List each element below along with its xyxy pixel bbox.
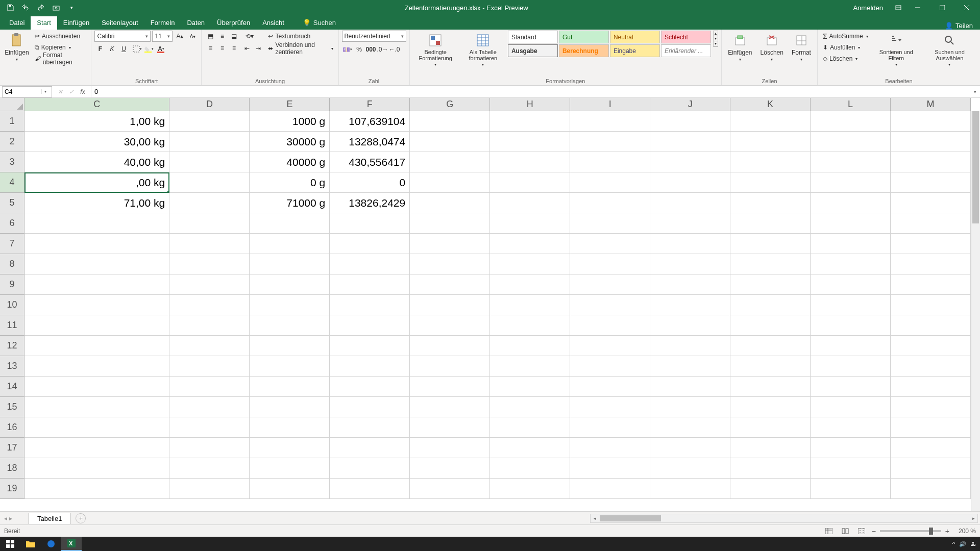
align-bottom-icon[interactable]: ⬓ (228, 31, 239, 42)
row-header-7[interactable]: 7 (0, 234, 24, 254)
cell-E4[interactable]: 0 g (250, 172, 330, 193)
cell-K4[interactable] (730, 172, 811, 193)
undo-icon[interactable] (19, 2, 32, 14)
cell-G5[interactable] (410, 193, 490, 213)
cell-J8[interactable] (650, 254, 730, 274)
column-header-F[interactable]: F (330, 98, 410, 111)
cell-C10[interactable] (24, 295, 169, 315)
tray-chevron-icon[interactable]: ^ (952, 541, 955, 547)
cell-L8[interactable] (811, 254, 891, 274)
style-gut[interactable]: Gut (559, 31, 609, 43)
cell-F6[interactable] (330, 213, 410, 234)
column-header-E[interactable]: E (250, 98, 330, 111)
cell-F5[interactable]: 13826,2429 (330, 193, 410, 213)
cell-J6[interactable] (650, 213, 730, 234)
cell-H18[interactable] (490, 458, 570, 479)
cell-K14[interactable] (730, 377, 811, 397)
cell-G12[interactable] (410, 336, 490, 356)
cell-G9[interactable] (410, 274, 490, 295)
cell-F14[interactable] (330, 377, 410, 397)
expand-formula-bar-icon[interactable]: ▾ (970, 89, 980, 94)
font-name-select[interactable]: Calibri▾ (94, 31, 151, 42)
cell-E12[interactable] (250, 336, 330, 356)
cell-F16[interactable] (330, 417, 410, 438)
cell-K16[interactable] (730, 417, 811, 438)
minimize-button[interactable] (906, 0, 929, 15)
cell-H3[interactable] (490, 152, 570, 172)
cell-I5[interactable] (570, 193, 650, 213)
cell-H15[interactable] (490, 397, 570, 417)
cell-J3[interactable] (650, 152, 730, 172)
row-header-3[interactable]: 3 (0, 152, 24, 172)
cell-E9[interactable] (250, 274, 330, 295)
cell-J9[interactable] (650, 274, 730, 295)
cell-M9[interactable] (891, 274, 971, 295)
cell-F3[interactable]: 430,556417 (330, 152, 410, 172)
cell-J19[interactable] (650, 479, 730, 499)
align-center-icon[interactable]: ≡ (216, 42, 228, 54)
cell-H11[interactable] (490, 315, 570, 336)
cell-H7[interactable] (490, 234, 570, 254)
row-header-15[interactable]: 15 (0, 397, 24, 417)
cell-I15[interactable] (570, 397, 650, 417)
tab-review[interactable]: Überprüfen (211, 16, 256, 30)
cell-M3[interactable] (891, 152, 971, 172)
cell-I7[interactable] (570, 234, 650, 254)
cell-G19[interactable] (410, 479, 490, 499)
row-header-2[interactable]: 2 (0, 132, 24, 152)
cell-E15[interactable] (250, 397, 330, 417)
cell-K17[interactable] (730, 438, 811, 458)
cell-K15[interactable] (730, 397, 811, 417)
cell-D19[interactable] (169, 479, 250, 499)
cell-H12[interactable] (490, 336, 570, 356)
orientation-icon[interactable]: ⟲▾ (241, 31, 258, 42)
zoom-level[interactable]: 200 % (953, 528, 976, 535)
increase-decimal-icon[interactable]: .0→ (377, 44, 388, 55)
cell-G3[interactable] (410, 152, 490, 172)
column-header-J[interactable]: J (650, 98, 730, 111)
row-header-9[interactable]: 9 (0, 274, 24, 295)
qat-customize-icon[interactable]: ▾ (65, 2, 78, 14)
cell-F19[interactable] (330, 479, 410, 499)
cell-D11[interactable] (169, 315, 250, 336)
cell-D6[interactable] (169, 213, 250, 234)
cell-M7[interactable] (891, 234, 971, 254)
cell-L3[interactable] (811, 152, 891, 172)
cell-J11[interactable] (650, 315, 730, 336)
cell-L1[interactable] (811, 111, 891, 132)
cell-L14[interactable] (811, 377, 891, 397)
column-header-G[interactable]: G (410, 98, 490, 111)
styles-more-icon[interactable]: ▾ (714, 41, 718, 46)
cell-K1[interactable] (730, 111, 811, 132)
cell-C18[interactable] (24, 458, 169, 479)
cell-J12[interactable] (650, 336, 730, 356)
cell-M12[interactable] (891, 336, 971, 356)
cell-D1[interactable] (169, 111, 250, 132)
formula-bar[interactable]: 0 (91, 86, 970, 97)
align-left-icon[interactable]: ≡ (205, 42, 216, 54)
cell-L18[interactable] (811, 458, 891, 479)
sheet-nav-first-icon[interactable]: ◂ (4, 515, 7, 522)
scrollbar-thumb[interactable] (972, 111, 979, 223)
cell-J14[interactable] (650, 377, 730, 397)
cell-I9[interactable] (570, 274, 650, 295)
cell-H5[interactable] (490, 193, 570, 213)
cell-L15[interactable] (811, 397, 891, 417)
cancel-formula-icon[interactable]: ✕ (55, 87, 65, 97)
style-erklarend[interactable]: Erklärender ... (661, 44, 711, 57)
cell-H2[interactable] (490, 132, 570, 152)
cell-G10[interactable] (410, 295, 490, 315)
cell-I3[interactable] (570, 152, 650, 172)
sort-filter-button[interactable]: Sortieren und Filtern▾ (872, 31, 920, 70)
cell-K5[interactable] (730, 193, 811, 213)
row-header-19[interactable]: 19 (0, 479, 24, 499)
name-box-input[interactable] (3, 88, 41, 95)
cell-G4[interactable] (410, 172, 490, 193)
cell-H9[interactable] (490, 274, 570, 295)
cell-C4[interactable]: ,00 kg (24, 172, 169, 193)
cell-M17[interactable] (891, 438, 971, 458)
cell-F18[interactable] (330, 458, 410, 479)
cell-C16[interactable] (24, 417, 169, 438)
cell-E10[interactable] (250, 295, 330, 315)
cell-H13[interactable] (490, 356, 570, 377)
